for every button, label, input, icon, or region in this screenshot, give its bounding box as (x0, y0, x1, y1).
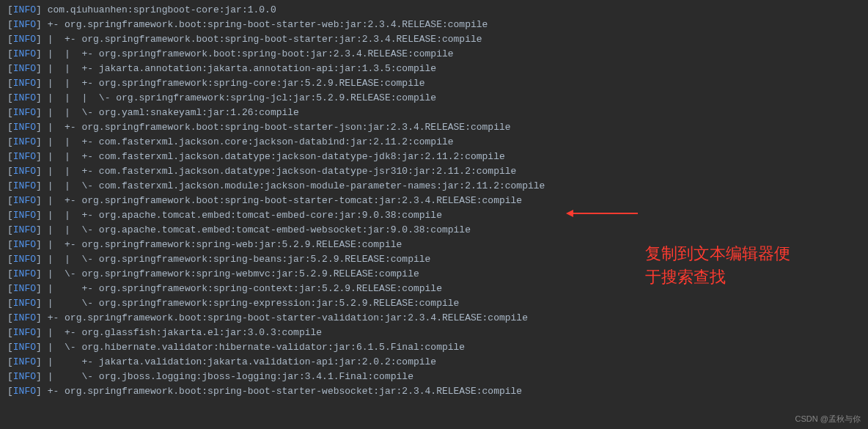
bracket-close: ] (36, 238, 42, 252)
bracket-open: [ (7, 32, 13, 47)
log-content: | | \- org.yaml:snakeyaml:jar:1.26:compi… (42, 106, 299, 120)
log-line: [INFO] | | | \- org.springframework:spri… (7, 91, 861, 106)
log-content: | | \- com.fasterxml.jackson.module:jack… (42, 179, 545, 194)
log-line: [INFO] | | +- com.fasterxml.jackson.core… (7, 135, 861, 150)
bracket-close: ] (36, 223, 42, 238)
bracket-open: [ (7, 91, 13, 106)
log-level-tag: INFO (13, 208, 36, 223)
log-level-tag: INFO (13, 32, 36, 47)
log-level-tag: INFO (13, 3, 36, 18)
log-level-tag: INFO (13, 135, 36, 150)
log-line: [INFO] +- org.springframework.boot:sprin… (7, 18, 861, 32)
bracket-close: ] (36, 326, 42, 340)
bracket-close: ] (36, 91, 42, 106)
bracket-close: ] (36, 150, 42, 164)
log-content: | | +- org.springframework.boot:spring-b… (42, 47, 454, 62)
bracket-close: ] (36, 296, 42, 311)
log-content: | \- org.jboss.logging:jboss-logging:jar… (42, 370, 413, 384)
log-content: | | \- org.apache.tomcat.embed:tomcat-em… (42, 223, 471, 238)
log-content: | +- org.glassfish:jakarta.el:jar:3.0.3:… (42, 326, 322, 340)
bracket-open: [ (7, 120, 13, 135)
annotation-arrow (572, 213, 638, 214)
log-line: [INFO] | | +- com.fasterxml.jackson.data… (7, 164, 861, 179)
log-content: | \- org.springframework:spring-webmvc:j… (42, 267, 419, 282)
bracket-open: [ (7, 267, 13, 282)
bracket-open: [ (7, 326, 13, 340)
log-line: [INFO] | | \- org.apache.tomcat.embed:to… (7, 223, 861, 238)
bracket-close: ] (36, 370, 42, 384)
log-line: [INFO] | | +- org.apache.tomcat.embed:to… (7, 208, 861, 223)
bracket-close: ] (36, 282, 42, 296)
bracket-open: [ (7, 384, 13, 399)
log-content: +- org.springframework.boot:spring-boot-… (42, 384, 522, 399)
log-line: [INFO] | | \- com.fasterxml.jackson.modu… (7, 179, 861, 194)
bracket-close: ] (36, 252, 42, 267)
bracket-close: ] (36, 76, 42, 91)
log-content: | +- org.springframework.boot:spring-boo… (42, 120, 511, 135)
bracket-open: [ (7, 370, 13, 384)
log-content: | \- org.hibernate.validator:hibernate-v… (42, 340, 465, 355)
log-content: | | +- jakarta.annotation:jakarta.annota… (42, 62, 436, 76)
log-level-tag: INFO (13, 340, 36, 355)
bracket-open: [ (7, 76, 13, 91)
bracket-open: [ (7, 164, 13, 179)
annotation-text: 复制到文本编辑器便 于搜索查找 (645, 242, 790, 289)
log-level-tag: INFO (13, 370, 36, 384)
console-log-output: [INFO] com.qiuhuanhen:springboot-core:ja… (7, 3, 861, 399)
bracket-open: [ (7, 238, 13, 252)
log-level-tag: INFO (13, 194, 36, 208)
bracket-close: ] (36, 384, 42, 399)
bracket-close: ] (36, 164, 42, 179)
bracket-close: ] (36, 32, 42, 47)
bracket-open: [ (7, 150, 13, 164)
log-line: [INFO] | | \- org.yaml:snakeyaml:jar:1.2… (7, 106, 861, 120)
bracket-open: [ (7, 106, 13, 120)
log-level-tag: INFO (13, 62, 36, 76)
log-level-tag: INFO (13, 91, 36, 106)
log-content: | | +- org.springframework:spring-core:j… (42, 76, 425, 91)
bracket-open: [ (7, 252, 13, 267)
annotation-line-2: 于搜索查找 (645, 265, 790, 289)
log-content: +- org.springframework.boot:spring-boot-… (42, 18, 488, 32)
log-content: +- org.springframework.boot:spring-boot-… (42, 311, 528, 326)
bracket-open: [ (7, 18, 13, 32)
bracket-open: [ (7, 223, 13, 238)
log-line: [INFO] +- org.springframework.boot:sprin… (7, 311, 861, 326)
log-line: [INFO] | \- org.jboss.logging:jboss-logg… (7, 370, 861, 384)
log-line: [INFO] | +- jakarta.validation:jakarta.v… (7, 355, 861, 370)
bracket-open: [ (7, 179, 13, 194)
log-content: | | +- org.apache.tomcat.embed:tomcat-em… (42, 208, 442, 223)
log-line: [INFO] | +- org.springframework.boot:spr… (7, 32, 861, 47)
bracket-open: [ (7, 62, 13, 76)
log-level-tag: INFO (13, 384, 36, 399)
log-line: [INFO] | | +- com.fasterxml.jackson.data… (7, 150, 861, 164)
log-content: | +- org.springframework:spring-context:… (42, 282, 442, 296)
bracket-close: ] (36, 18, 42, 32)
bracket-open: [ (7, 311, 13, 326)
bracket-close: ] (36, 120, 42, 135)
bracket-open: [ (7, 135, 13, 150)
log-content: | | +- com.fasterxml.jackson.datatype:ja… (42, 164, 517, 179)
log-line: [INFO] | +- org.glassfish:jakarta.el:jar… (7, 326, 861, 340)
log-content: | +- jakarta.validation:jakarta.validati… (42, 355, 436, 370)
log-content: | | +- com.fasterxml.jackson.datatype:ja… (42, 150, 505, 164)
log-level-tag: INFO (13, 47, 36, 62)
bracket-close: ] (36, 311, 42, 326)
log-line: [INFO] | +- org.springframework.boot:spr… (7, 194, 861, 208)
bracket-close: ] (36, 340, 42, 355)
bracket-open: [ (7, 47, 13, 62)
log-level-tag: INFO (13, 179, 36, 194)
log-content: | | \- org.springframework:spring-beans:… (42, 252, 431, 267)
bracket-close: ] (36, 355, 42, 370)
log-content: com.qiuhuanhen:springboot-core:jar:1.0.0 (42, 3, 276, 18)
log-level-tag: INFO (13, 282, 36, 296)
log-line: [INFO] | \- org.springframework:spring-e… (7, 296, 861, 311)
log-content: | \- org.springframework:spring-expressi… (42, 296, 460, 311)
log-level-tag: INFO (13, 296, 36, 311)
log-line: [INFO] | | +- org.springframework:spring… (7, 76, 861, 91)
log-content: | | | \- org.springframework:spring-jcl:… (42, 91, 436, 106)
bracket-open: [ (7, 3, 13, 18)
log-level-tag: INFO (13, 106, 36, 120)
log-level-tag: INFO (13, 311, 36, 326)
log-level-tag: INFO (13, 252, 36, 267)
